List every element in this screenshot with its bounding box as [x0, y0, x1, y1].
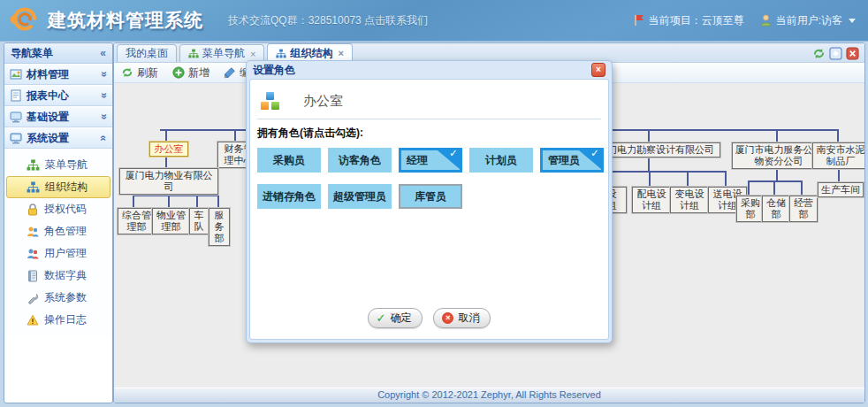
- org-connector: [649, 171, 651, 187]
- chevron-double-up-icon: «: [98, 135, 110, 142]
- org-connector: [217, 195, 219, 208]
- org-connector: [648, 157, 650, 171]
- maximize-panel-icon[interactable]: [829, 47, 842, 60]
- tab-menu-nav[interactable]: 菜单导航 ×: [179, 44, 264, 62]
- app-logo-icon: [9, 4, 41, 36]
- role-tile-selected[interactable]: 管理员: [540, 148, 604, 173]
- sidebar-item-operation-log[interactable]: 操作日志: [6, 309, 110, 331]
- sidebar-group-basic-settings[interactable]: 基础设置 «: [4, 106, 112, 127]
- sidebar-item-auth-code[interactable]: 授权代码: [6, 198, 110, 220]
- sidebar-group-system-settings[interactable]: 系统设置 «: [4, 127, 112, 149]
- org-connector: [648, 129, 650, 142]
- sidebar-item-system-params[interactable]: 系统参数: [6, 287, 110, 309]
- org-node-dept[interactable]: 仓储 部: [762, 196, 790, 222]
- org-connector: [725, 171, 727, 187]
- notebook-icon: [27, 270, 39, 282]
- org-connector: [687, 171, 689, 187]
- org-connector: [133, 195, 219, 196]
- user-icon: [760, 14, 772, 27]
- sidebar-item-org-structure[interactable]: 组织结构: [6, 176, 110, 198]
- refresh-button[interactable]: 刷新: [121, 65, 158, 81]
- org-node-dept[interactable]: 经营 部: [789, 196, 818, 222]
- warning-icon: [27, 314, 39, 326]
- cancel-x-icon: ×: [442, 312, 453, 324]
- tab-my-desktop[interactable]: 我的桌面: [117, 44, 177, 62]
- current-user-menu[interactable]: 当前用户:访客: [760, 13, 856, 28]
- divider: [257, 119, 601, 119]
- org-cubes-icon: [261, 91, 280, 111]
- ok-button[interactable]: ✓ 确定: [368, 308, 423, 328]
- org-node-office[interactable]: 办公室: [149, 142, 188, 157]
- add-button[interactable]: 新增: [172, 65, 209, 81]
- set-role-dialog: 设置角色 × 办公室 拥有角色(请点击勾选): 采购员 访客角色 经理 计划员 …: [246, 60, 613, 343]
- sidebar-group-report[interactable]: 报表中心 «: [4, 85, 112, 106]
- role-tile[interactable]: 访客角色: [328, 148, 392, 173]
- role-tile-selected[interactable]: 经理: [399, 148, 462, 173]
- users-icon: [27, 248, 39, 260]
- refresh-panel-icon[interactable]: [812, 47, 826, 60]
- org-connector: [168, 195, 170, 208]
- org-node-workshop[interactable]: 生产车间: [818, 182, 864, 197]
- org-connector: [234, 129, 236, 142]
- sidebar-nav: 导航菜单 « 材料管理 « 报表中心 « 基础设置 « 系统设置 «: [4, 42, 113, 403]
- sidebar-item-data-dictionary[interactable]: 数据字典: [6, 265, 110, 287]
- role-tile[interactable]: 计划员: [469, 148, 533, 173]
- org-node-wuye-company[interactable]: 厦门电力物业有限公司: [119, 168, 218, 195]
- basic-settings-icon: [10, 111, 22, 123]
- qq-contact-link[interactable]: 技术交流QQ群：328510073 点击联系我们: [228, 13, 428, 28]
- role-tile[interactable]: 超级管理员: [328, 184, 392, 209]
- entity-name: 办公室: [303, 93, 343, 110]
- dialog-close-icon[interactable]: ×: [591, 63, 605, 77]
- check-icon: ✓: [377, 311, 386, 325]
- role-tile[interactable]: 进销存角色: [257, 184, 321, 209]
- org-node-nanan-factory[interactable]: 南安市水泥 制品厂: [812, 142, 864, 169]
- dialog-body: 办公室 拥有角色(请点击勾选): 采购员 访客角色 经理 计划员 管理员 进销存…: [249, 79, 609, 340]
- chevron-down-icon: [849, 19, 856, 23]
- sidebar-item-role-mgmt[interactable]: 角色管理: [6, 220, 110, 242]
- org-node-design-group[interactable]: 配电设 计组: [632, 187, 671, 213]
- org-node-dept[interactable]: 物业管 理部: [152, 208, 190, 234]
- org-connector: [776, 129, 778, 142]
- plus-icon: [172, 66, 185, 79]
- org-node-dept[interactable]: 服 务 部: [209, 208, 230, 246]
- org-connector: [838, 167, 840, 182]
- app-header: 建筑材料管理系统 技术交流QQ群：328510073 点击联系我们 当前项目：云…: [0, 0, 868, 42]
- close-tab-icon[interactable]: ×: [250, 49, 255, 59]
- sidebar-header: 导航菜单 «: [4, 43, 112, 64]
- copyright-footer: Copyright © 2012-2021 Zephyr, All Rights…: [114, 388, 864, 403]
- report-icon: [10, 89, 22, 102]
- org-node-design-group[interactable]: 变电设 计组: [670, 187, 709, 213]
- org-structure-icon: [27, 181, 40, 193]
- chevron-double-down-icon: «: [98, 114, 110, 120]
- tab-org-structure[interactable]: 组织结构 ×: [267, 43, 352, 62]
- sidebar-item-user-mgmt[interactable]: 用户管理: [6, 242, 110, 265]
- sidebar-group-material[interactable]: 材料管理 «: [4, 64, 112, 85]
- org-connector: [133, 195, 134, 208]
- current-project[interactable]: 当前项目：云顶至尊: [633, 13, 744, 28]
- pencil-icon: [224, 66, 236, 79]
- org-connector: [748, 180, 803, 182]
- org-node-dept[interactable]: 综合管 理部: [118, 208, 156, 234]
- chevron-double-down-icon: «: [98, 72, 110, 78]
- org-connector: [776, 167, 778, 180]
- org-connector: [611, 171, 727, 173]
- roles-icon: [27, 226, 39, 238]
- wrench-icon: [27, 292, 39, 304]
- cancel-button[interactable]: × 取消: [433, 308, 491, 328]
- role-tile[interactable]: 采购员: [257, 148, 321, 173]
- close-panel-icon[interactable]: [846, 47, 859, 60]
- org-connector: [748, 180, 750, 196]
- app-title: 建筑材料管理系统: [48, 8, 203, 33]
- role-tile-focused[interactable]: 库管员: [399, 184, 462, 209]
- org-node-dept[interactable]: 车 队: [189, 208, 209, 234]
- material-icon: [10, 68, 22, 81]
- collapse-sidebar-icon[interactable]: «: [100, 47, 106, 59]
- org-node-dept[interactable]: 采购 部: [736, 196, 765, 222]
- sidebar-item-menu-nav[interactable]: 菜单导航: [6, 154, 110, 176]
- org-structure-icon: [276, 49, 286, 58]
- dialog-title: 设置角色: [253, 63, 295, 78]
- dialog-titlebar: 设置角色 ×: [249, 61, 609, 79]
- close-tab-icon[interactable]: ×: [338, 48, 343, 58]
- role-tile-grid: 采购员 访客角色 经理 计划员 管理员 进销存角色 超级管理员 库管员: [257, 148, 607, 209]
- sitemap-icon: [27, 159, 40, 171]
